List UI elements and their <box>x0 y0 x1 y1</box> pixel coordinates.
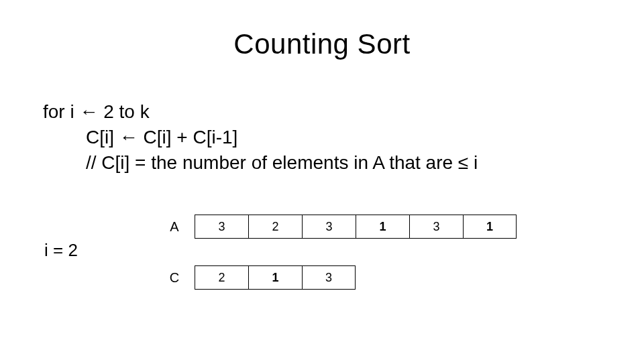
array-a-cells: 3 2 3 1 3 1 <box>195 215 517 239</box>
array-a-cell: 1 <box>463 215 517 239</box>
array-a-cell: 2 <box>248 215 302 239</box>
array-c-row: C 2 1 3 <box>154 265 356 290</box>
array-c-label: C <box>154 270 195 286</box>
array-a-cell: 3 <box>409 215 463 239</box>
array-a-cell: 3 <box>302 215 356 239</box>
array-a-cell: 1 <box>356 215 409 239</box>
array-a-row: A 3 2 3 1 3 1 <box>154 215 517 239</box>
code-line-1: for i ← 2 to k <box>43 99 478 125</box>
slide: Counting Sort for i ← 2 to k C[i] ← C[i]… <box>0 0 644 362</box>
array-c-cell: 1 <box>248 265 302 290</box>
slide-title: Counting Sort <box>0 28 644 60</box>
array-c-cell: 2 <box>195 265 248 290</box>
array-a-label: A <box>154 219 195 235</box>
array-a-cell: 3 <box>195 215 248 239</box>
code-line-3: // C[i] = the number of elements in A th… <box>43 150 478 176</box>
array-c-cell: 3 <box>302 265 356 290</box>
array-c-cells: 2 1 3 <box>195 265 356 290</box>
pseudocode-block: for i ← 2 to k C[i] ← C[i] + C[i-1] // C… <box>43 99 478 175</box>
code-line-2: C[i] ← C[i] + C[i-1] <box>43 125 478 150</box>
iteration-label: i = 2 <box>44 240 78 261</box>
